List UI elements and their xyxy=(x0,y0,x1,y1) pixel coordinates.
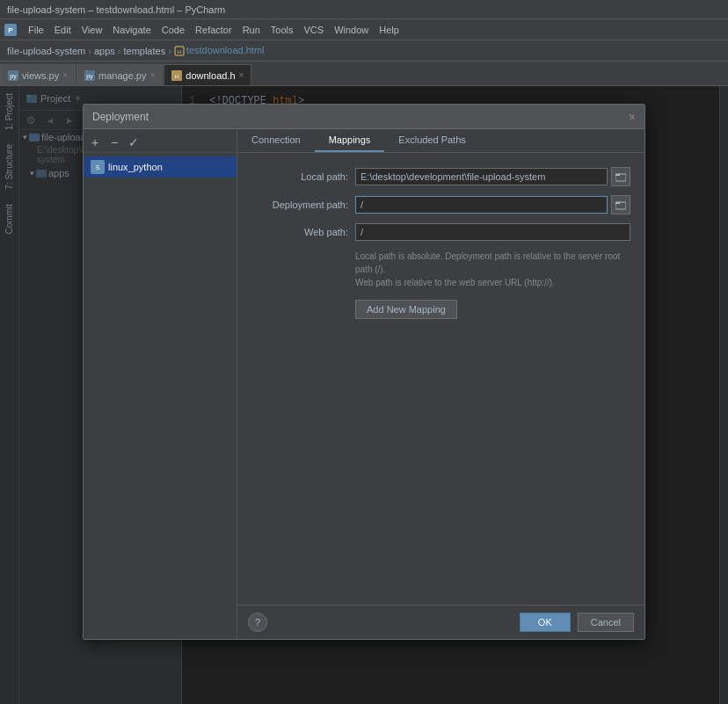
server-list: + − ✓ S linux_python xyxy=(84,129,237,639)
dialog-footer: ? OK Cancel xyxy=(237,605,644,639)
app-icon: P xyxy=(4,23,18,37)
breadcrumb-file[interactable]: H testdownload.html xyxy=(174,45,265,56)
deployment-path-browse-btn[interactable] xyxy=(611,195,630,214)
web-path-row: Web path: xyxy=(251,223,630,241)
deployment-path-input[interactable] xyxy=(355,196,608,214)
tab-manage-py[interactable]: py manage.py × xyxy=(76,64,163,85)
ide-title: file-upload-system – testdownload.html –… xyxy=(7,4,225,15)
web-path-input[interactable] xyxy=(355,223,630,241)
breadcrumb-sep3: › xyxy=(168,46,171,56)
tab-manage-label: manage.py xyxy=(98,70,146,81)
ok-button[interactable]: OK xyxy=(520,613,571,632)
ide-body: 1: Project 7: Structure Commit Project ▾… xyxy=(0,86,728,704)
server-name: linux_python xyxy=(108,162,163,172)
local-path-row: Local path: xyxy=(251,167,630,186)
breadcrumb-templates[interactable]: templates xyxy=(123,46,165,56)
hint-line-2: Web path is relative to the web server U… xyxy=(355,278,555,287)
breadcrumb-sep1: › xyxy=(88,46,91,56)
web-path-label: Web path: xyxy=(251,227,348,237)
svg-rect-17 xyxy=(615,174,620,176)
deployment-path-label: Deployment path: xyxy=(251,200,348,210)
menu-file[interactable]: File xyxy=(23,23,49,37)
dialog-titlebar: Deployment × xyxy=(84,105,644,129)
menu-help[interactable]: Help xyxy=(374,23,404,37)
breadcrumb-sep2: › xyxy=(118,46,121,56)
mappings-content: Local path: xyxy=(237,153,644,605)
dialog-right: Connection Mappings Excluded Paths Local… xyxy=(237,129,644,639)
tab-views-close[interactable]: × xyxy=(62,70,68,80)
server-item-linux-python[interactable]: S linux_python xyxy=(84,156,237,178)
deployment-path-input-wrap xyxy=(355,195,630,214)
breadcrumb: file-upload-system › apps › templates › … xyxy=(0,40,728,62)
svg-text:P: P xyxy=(8,26,13,34)
menu-tools[interactable]: Tools xyxy=(266,23,299,37)
add-mapping-button[interactable]: Add New Mapping xyxy=(355,300,457,319)
deployment-path-row: Deployment path: xyxy=(251,195,630,214)
tab-manage-close[interactable]: × xyxy=(149,70,155,80)
tab-excluded-paths[interactable]: Excluded Paths xyxy=(384,129,479,152)
tab-bar: py views.py × py manage.py × H download.… xyxy=(0,62,728,86)
footer-actions: OK Cancel xyxy=(520,613,634,632)
svg-text:py: py xyxy=(86,73,93,80)
tab-download-label: download.h xyxy=(186,70,235,81)
menu-view[interactable]: View xyxy=(76,23,108,37)
menu-navigate[interactable]: Navigate xyxy=(107,23,156,37)
menu-code[interactable]: Code xyxy=(157,23,190,37)
local-path-input-wrap xyxy=(355,167,630,186)
web-path-input-wrap xyxy=(355,223,630,241)
server-icon: S xyxy=(91,160,105,174)
svg-text:S: S xyxy=(96,164,100,171)
tab-views-py[interactable]: py views.py × xyxy=(0,64,76,85)
python-file-icon2: py xyxy=(84,70,95,81)
ide-titlebar: file-upload-system – testdownload.html –… xyxy=(0,0,728,19)
html-file-icon: H xyxy=(171,70,182,81)
python-file-icon: py xyxy=(8,70,18,81)
svg-text:py: py xyxy=(10,73,17,80)
add-server-btn[interactable]: + xyxy=(87,134,103,150)
browse-folder-icon2 xyxy=(615,200,626,210)
menu-refactor[interactable]: Refactor xyxy=(190,23,237,37)
local-path-label: Local path: xyxy=(251,171,348,182)
menu-run[interactable]: Run xyxy=(237,23,266,37)
local-path-input[interactable] xyxy=(355,168,608,185)
dialog-tabs: Connection Mappings Excluded Paths xyxy=(237,129,644,153)
tab-mappings[interactable]: Mappings xyxy=(315,129,385,152)
hint-text: Local path is absolute. Deployment path … xyxy=(355,250,630,289)
tab-download-close[interactable]: × xyxy=(239,70,244,80)
cancel-button[interactable]: Cancel xyxy=(578,613,634,632)
deployment-dialog: Deployment × + − ✓ S xyxy=(83,104,645,640)
dialog-close-btn[interactable]: × xyxy=(629,110,636,124)
remove-server-btn[interactable]: − xyxy=(106,134,122,150)
menu-vcs[interactable]: VCS xyxy=(299,23,330,37)
breadcrumb-root[interactable]: file-upload-system xyxy=(7,46,85,56)
svg-text:H: H xyxy=(178,49,181,54)
help-button[interactable]: ? xyxy=(248,613,267,632)
tab-views-label: views.py xyxy=(22,70,59,81)
dialog-overlay: Deployment × + − ✓ S xyxy=(0,86,728,704)
server-list-toolbar: + − ✓ xyxy=(84,133,237,153)
menu-bar: P File Edit View Navigate Code Refactor … xyxy=(0,19,728,40)
dialog-body: + − ✓ S linux_python xyxy=(84,129,644,639)
dialog-title: Deployment xyxy=(92,111,629,123)
svg-text:H: H xyxy=(175,74,178,79)
breadcrumb-apps[interactable]: apps xyxy=(94,46,115,56)
tab-download-html[interactable]: H download.h × xyxy=(164,64,251,85)
menu-edit[interactable]: Edit xyxy=(49,23,76,37)
menu-window[interactable]: Window xyxy=(329,23,374,37)
tab-connection[interactable]: Connection xyxy=(237,129,315,152)
browse-folder-icon xyxy=(615,171,626,182)
svg-rect-19 xyxy=(615,202,620,204)
local-path-browse-btn[interactable] xyxy=(611,167,630,186)
hint-line-1: Local path is absolute. Deployment path … xyxy=(355,251,620,274)
confirm-server-btn[interactable]: ✓ xyxy=(126,134,142,150)
